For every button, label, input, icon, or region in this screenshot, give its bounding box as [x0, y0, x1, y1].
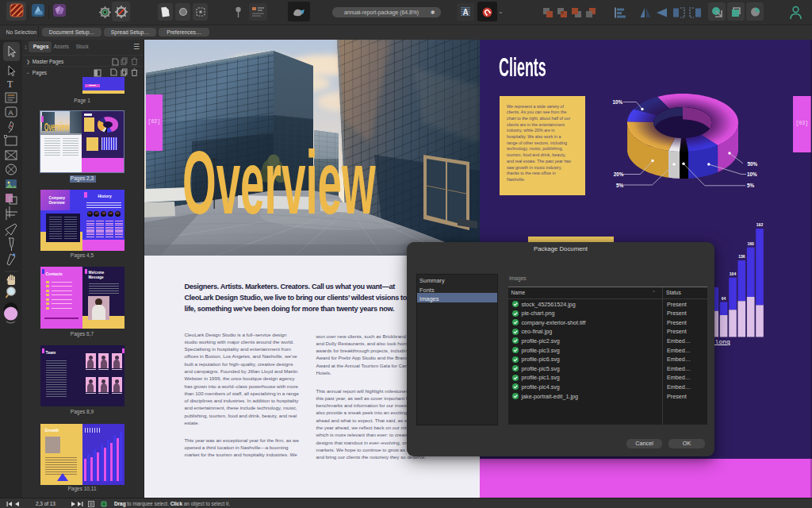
svg-text:A: A [9, 109, 13, 117]
svg-text:104: 104 [730, 271, 737, 276]
svg-text:5%: 5% [747, 183, 755, 188]
svg-text:64: 64 [722, 296, 726, 301]
svg-text:A: A [463, 8, 469, 17]
svg-text:5%: 5% [616, 183, 624, 188]
svg-text:20%: 20% [614, 171, 624, 177]
svg-text:10%: 10% [747, 171, 757, 177]
svg-text:160: 160 [748, 241, 755, 246]
svg-text:136: 136 [738, 254, 745, 259]
svg-text:192: 192 [756, 222, 764, 227]
svg-text:50%: 50% [748, 161, 758, 167]
svg-text:10%: 10% [613, 99, 623, 105]
svg-text:T: T [7, 79, 13, 90]
